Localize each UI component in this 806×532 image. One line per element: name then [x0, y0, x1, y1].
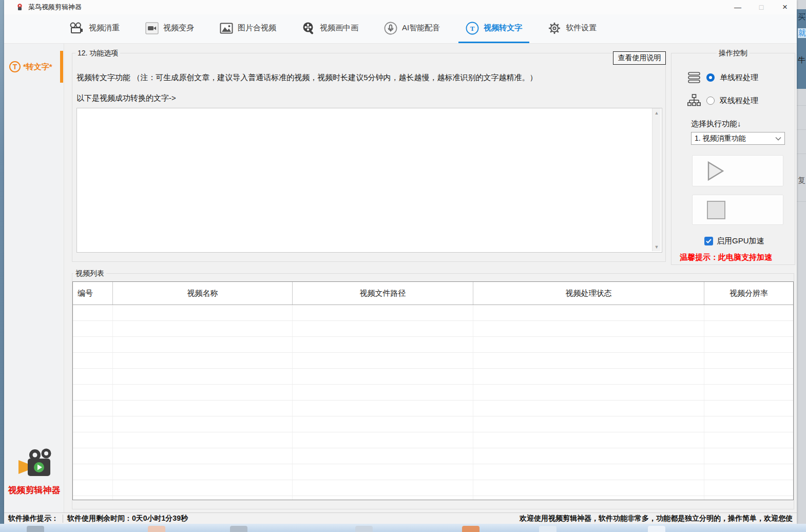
- video-camera-icon: [145, 22, 159, 34]
- table-row[interactable]: [73, 401, 793, 416]
- sidebar-item-to-text[interactable]: T *转文字*: [4, 51, 64, 83]
- table-cell: [293, 464, 473, 480]
- minimize-button[interactable]: —: [726, 0, 750, 14]
- table-row[interactable]: [73, 385, 793, 401]
- radio-label: 单线程处理: [720, 73, 758, 83]
- gpu-acceleration-option[interactable]: 启用GPU加速: [704, 236, 764, 246]
- video-list-group: 视频列表 编号 视频名称 视频文件路径 视频处理状态 视频分辨率: [72, 273, 794, 509]
- radio-dual-thread[interactable]: [706, 97, 715, 105]
- operation-control-group: 操作控制 单线程处理: [671, 53, 795, 265]
- taskbar-icon[interactable]: [148, 526, 165, 532]
- dropdown-value: 1. 视频消重功能: [695, 134, 746, 143]
- table-cell: [293, 305, 473, 320]
- os-taskbar-sliver: [0, 524, 806, 532]
- tab-ai-voice[interactable]: AI智能配音: [377, 14, 447, 43]
- letter-t-circle-icon: T: [9, 61, 21, 72]
- scroll-up-icon[interactable]: ▲: [653, 108, 661, 117]
- scroll-down-icon[interactable]: ▼: [653, 242, 661, 251]
- textarea-scrollbar[interactable]: ▲ ▼: [652, 108, 661, 251]
- table-cell: [704, 464, 793, 480]
- column-header-file-path[interactable]: 视频文件路径: [293, 282, 473, 305]
- tab-bar: 视频消重 视频变身 图片合视频: [4, 14, 797, 44]
- tab-video-to-text[interactable]: T 视频转文字: [458, 14, 529, 43]
- column-header-video-name[interactable]: 视频名称: [113, 282, 293, 305]
- video-list-table[interactable]: 编号 视频名称 视频文件路径 视频处理状态 视频分辨率: [72, 281, 794, 500]
- table-cell: [113, 416, 293, 432]
- table-cell: [73, 448, 113, 464]
- table-row[interactable]: [73, 321, 793, 337]
- tab-settings[interactable]: 软件设置: [541, 14, 604, 43]
- table-row[interactable]: [73, 337, 793, 353]
- table-cell: [73, 432, 113, 448]
- single-thread-option[interactable]: 单线程处理: [687, 71, 758, 84]
- taskbar-icon[interactable]: [230, 526, 247, 532]
- table-cell: [473, 416, 704, 432]
- table-cell: [473, 337, 704, 352]
- picture-icon: [220, 22, 233, 34]
- app-window: 菜鸟视频剪辑神器 — □ × 视频消重 视频变身: [4, 0, 797, 524]
- video-camera-logo-icon: [14, 448, 54, 480]
- remaining-time-text: 软件使用剩余时间：0天0小时1分39秒: [63, 514, 192, 523]
- welcome-message: 欢迎使用视频剪辑神器，软件功能非常多，功能都是独立分明的，操作简单，欢迎您使: [515, 514, 797, 523]
- gpu-support-hint: 温馨提示：此电脑支持加速: [680, 253, 772, 262]
- stop-button[interactable]: [692, 195, 783, 225]
- table-row[interactable]: [73, 480, 793, 496]
- table-cell: [113, 432, 293, 448]
- tab-video-transform[interactable]: 视频变身: [138, 14, 201, 43]
- column-header-number[interactable]: 编号: [73, 282, 113, 305]
- table-cell: [704, 385, 793, 400]
- table-row[interactable]: [73, 432, 793, 448]
- dual-thread-option[interactable]: 双线程处理: [687, 93, 758, 108]
- play-icon: [707, 161, 724, 181]
- taskbar-icon[interactable]: [539, 526, 556, 532]
- table-row[interactable]: [73, 416, 793, 432]
- table-cell: [473, 385, 704, 400]
- stop-icon: [707, 201, 725, 219]
- table-cell: [73, 401, 113, 416]
- view-instructions-button[interactable]: 查看使用说明: [613, 51, 666, 65]
- film-reel-icon: [302, 22, 315, 35]
- microphone-icon: [384, 22, 397, 35]
- table-cell: [73, 369, 113, 384]
- table-cell: [113, 385, 293, 400]
- table-row[interactable]: [73, 305, 793, 321]
- start-button[interactable]: [692, 155, 783, 186]
- single-thread-icon: [687, 71, 701, 84]
- dual-thread-icon: [687, 93, 701, 108]
- feature-description: 视频转文字功能 （注：可生成原创文章，建议导入普通话标准的视频，视频时长建议5分…: [76, 73, 538, 83]
- tab-video-pip[interactable]: 视频画中画: [295, 14, 366, 43]
- transcript-textarea[interactable]: [76, 108, 662, 253]
- select-function-label: 选择执行功能↓: [691, 119, 741, 129]
- table-row[interactable]: [73, 496, 793, 500]
- taskbar-icon[interactable]: [648, 526, 665, 532]
- tab-image-to-video[interactable]: 图片合视频: [213, 14, 283, 43]
- table-cell: [113, 464, 293, 480]
- movie-camera-icon: [69, 22, 84, 34]
- table-cell: [704, 321, 793, 336]
- table-row[interactable]: [73, 464, 793, 480]
- table-row[interactable]: [73, 369, 793, 385]
- taskbar-icon[interactable]: [462, 526, 479, 532]
- table-row[interactable]: [73, 353, 793, 369]
- radio-single-thread[interactable]: [706, 73, 715, 82]
- background-partial-glyph: 买: [798, 12, 805, 22]
- column-header-resolution[interactable]: 视频分辨率: [704, 282, 793, 305]
- column-header-status[interactable]: 视频处理状态: [473, 282, 704, 305]
- table-cell: [113, 353, 293, 368]
- result-label: 以下是视频成功转换的文字->: [76, 93, 176, 103]
- table-cell: [473, 369, 704, 384]
- table-cell: [704, 432, 793, 448]
- tab-label: 视频画中画: [320, 23, 358, 33]
- gpu-checkbox[interactable]: [704, 237, 713, 245]
- table-row[interactable]: [73, 448, 793, 464]
- taskbar-icon[interactable]: [355, 526, 373, 532]
- table-cell: [473, 464, 704, 480]
- close-button[interactable]: ×: [773, 0, 797, 14]
- sidebar: T *转文字* 视频剪辑神器: [4, 44, 64, 512]
- taskbar-icon[interactable]: [27, 526, 44, 532]
- radio-label: 双线程处理: [720, 96, 758, 106]
- table-cell: [704, 448, 793, 464]
- function-dropdown[interactable]: 1. 视频消重功能: [691, 132, 785, 145]
- maximize-button[interactable]: □: [750, 0, 773, 14]
- tab-video-dedup[interactable]: 视频消重: [62, 14, 127, 43]
